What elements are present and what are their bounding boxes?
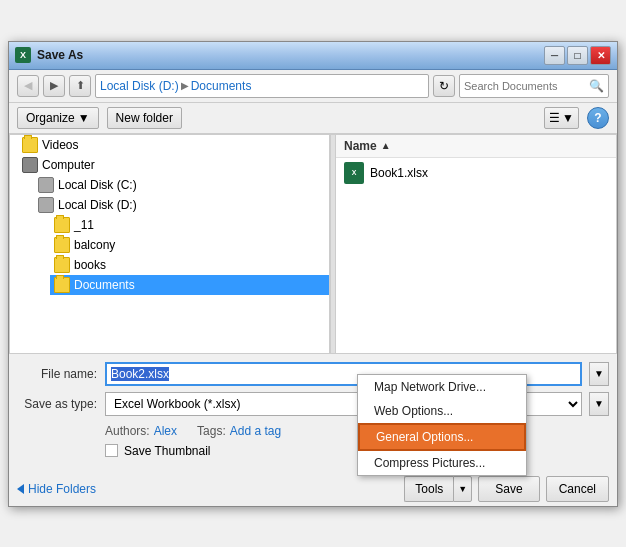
address-bar[interactable]: Local Disk (D:) ▶ Documents	[95, 74, 429, 98]
thumbnail-checkbox[interactable]	[105, 444, 118, 457]
tree-item-computer[interactable]: Computer	[18, 155, 329, 175]
savetype-dropdown-arrow[interactable]: ▼	[589, 392, 609, 416]
menu-item-general-options[interactable]: General Options...	[358, 423, 526, 451]
path-separator: ▶	[181, 80, 189, 91]
save-button[interactable]: Save	[478, 476, 539, 502]
tree-item-balcony[interactable]: balcony	[50, 235, 329, 255]
computer-icon	[22, 157, 38, 173]
bottom-buttons-row: Hide Folders Tools ▼ Save Cancel Map Net…	[9, 470, 617, 506]
second-toolbar: Organize ▼ New folder ☰ ▼ ?	[9, 103, 617, 134]
help-button[interactable]: ?	[587, 107, 609, 129]
authors-item: Authors: Alex	[105, 424, 177, 438]
menu-item-compress-pictures[interactable]: Compress Pictures...	[358, 451, 526, 475]
file-list: Name ▲ X Book1.xlsx	[336, 135, 616, 353]
view-arrow-icon: ▼	[562, 111, 574, 125]
tree-item-label: books	[74, 258, 106, 272]
folder-icon	[22, 137, 38, 153]
refresh-button[interactable]: ↻	[433, 75, 455, 97]
hide-folders-arrow-icon	[17, 484, 24, 494]
tags-value[interactable]: Add a tag	[230, 424, 281, 438]
view-button[interactable]: ☰ ▼	[544, 107, 579, 129]
back-button[interactable]: ◀	[17, 75, 39, 97]
folder-icon	[54, 217, 70, 233]
file-item-book1[interactable]: X Book1.xlsx	[336, 158, 616, 188]
menu-item-map-network-drive[interactable]: Map Network Drive...	[358, 375, 526, 399]
folder-icon	[54, 237, 70, 253]
search-input[interactable]	[464, 80, 589, 92]
authors-value[interactable]: Alex	[154, 424, 177, 438]
tools-dropdown-arrow[interactable]: ▼	[453, 476, 472, 502]
file-name: Book1.xlsx	[370, 166, 428, 180]
path-localdisk[interactable]: Local Disk (D:)	[100, 79, 179, 93]
app-icon: X	[15, 47, 31, 63]
maximize-button[interactable]: □	[567, 46, 588, 65]
tree-item-videos[interactable]: Videos	[18, 135, 329, 155]
address-path: Local Disk (D:) ▶ Documents	[100, 79, 251, 93]
hide-folders-label: Hide Folders	[28, 482, 96, 496]
view-icon: ☰	[549, 111, 560, 125]
tree-item-drive-d[interactable]: Local Disk (D:)	[34, 195, 329, 215]
tree-item-label: _11	[74, 218, 94, 232]
new-folder-button[interactable]: New folder	[107, 107, 182, 129]
sort-arrow-icon: ▲	[381, 140, 391, 151]
drive-icon	[38, 197, 54, 213]
filename-dropdown-arrow[interactable]: ▼	[589, 362, 609, 386]
tools-button-group: Tools ▼	[404, 476, 472, 502]
folder-icon	[54, 277, 70, 293]
tree-item-label: Local Disk (C:)	[58, 178, 137, 192]
path-documents[interactable]: Documents	[191, 79, 252, 93]
menu-item-web-options[interactable]: Web Options...	[358, 399, 526, 423]
search-icon: 🔍	[589, 79, 604, 93]
hide-folders-button[interactable]: Hide Folders	[17, 482, 96, 496]
tree-item-books[interactable]: books	[50, 255, 329, 275]
xlsx-icon: X	[344, 162, 364, 184]
tags-item: Tags: Add a tag	[197, 424, 281, 438]
thumbnail-label: Save Thumbnail	[124, 444, 211, 458]
tools-button[interactable]: Tools	[404, 476, 453, 502]
search-box: 🔍	[459, 74, 609, 98]
up-button[interactable]: ⬆	[69, 75, 91, 97]
name-column-header: Name	[344, 139, 377, 153]
tags-label: Tags:	[197, 424, 226, 438]
tree-item-documents[interactable]: Documents	[50, 275, 329, 295]
drive-icon	[38, 177, 54, 193]
tree-item-label: Documents	[74, 278, 135, 292]
tree-item-drive-c[interactable]: Local Disk (C:)	[34, 175, 329, 195]
tree-item-11[interactable]: _11	[50, 215, 329, 235]
folder-tree: Videos Computer Local Disk (C:) Local Di…	[10, 135, 330, 353]
main-area: Videos Computer Local Disk (C:) Local Di…	[9, 134, 617, 354]
authors-label: Authors:	[105, 424, 150, 438]
action-buttons: Tools ▼ Save Cancel Map Network Drive...…	[404, 476, 609, 502]
savetype-label: Save as type:	[17, 397, 97, 411]
forward-button[interactable]: ▶	[43, 75, 65, 97]
organize-label: Organize	[26, 111, 75, 125]
organize-arrow-icon: ▼	[78, 111, 90, 125]
save-as-dialog: X Save As ─ □ ✕ ◀ ▶ ⬆ Local Disk (D:) ▶ …	[8, 41, 618, 507]
folder-icon	[54, 257, 70, 273]
title-bar: X Save As ─ □ ✕	[9, 42, 617, 70]
dialog-title: Save As	[37, 48, 544, 62]
filename-label: File name:	[17, 367, 97, 381]
address-toolbar: ◀ ▶ ⬆ Local Disk (D:) ▶ Documents ↻ 🔍	[9, 70, 617, 103]
tree-item-label: Computer	[42, 158, 95, 172]
organize-button[interactable]: Organize ▼	[17, 107, 99, 129]
file-list-header[interactable]: Name ▲	[336, 135, 616, 158]
minimize-button[interactable]: ─	[544, 46, 565, 65]
tree-item-label: Videos	[42, 138, 78, 152]
tree-item-label: balcony	[74, 238, 115, 252]
tools-dropdown-menu: Map Network Drive... Web Options... Gene…	[357, 374, 527, 476]
cancel-button[interactable]: Cancel	[546, 476, 609, 502]
tree-item-label: Local Disk (D:)	[58, 198, 137, 212]
close-button[interactable]: ✕	[590, 46, 611, 65]
window-controls: ─ □ ✕	[544, 46, 611, 65]
